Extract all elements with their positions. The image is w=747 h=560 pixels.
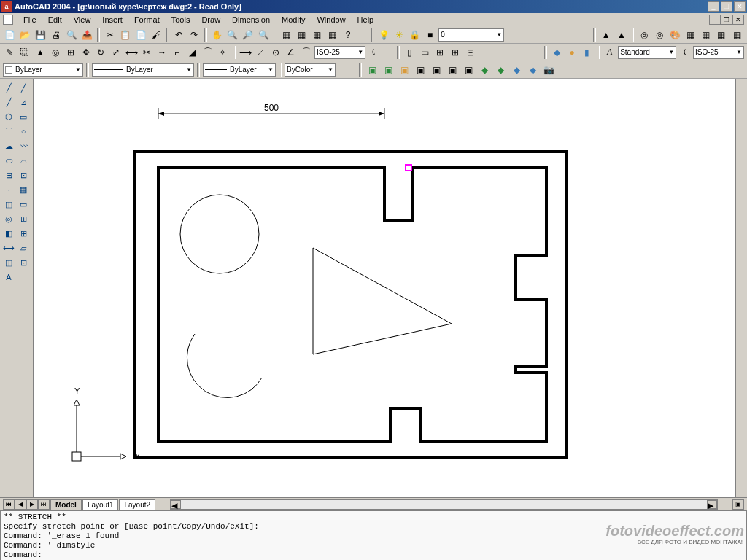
solid-box-icon[interactable]: ◆ <box>550 45 564 60</box>
cut-button[interactable]: ✂ <box>103 28 117 42</box>
polygon-tool[interactable]: ⬡ <box>1 109 16 124</box>
layer-color-icon[interactable]: ■ <box>423 28 437 42</box>
menu-window[interactable]: Window <box>311 14 351 26</box>
viewport-button-4[interactable]: ⊞ <box>448 45 462 60</box>
drawing-canvas[interactable]: 500 Y X <box>34 79 735 497</box>
tab-layout2[interactable]: Layout2 <box>119 499 155 510</box>
region-tool[interactable]: ◫ <box>1 197 16 211</box>
menu-modify[interactable]: Modify <box>276 14 311 26</box>
menu-tools[interactable]: Tools <box>166 14 196 26</box>
viewport-button-2[interactable]: ▭ <box>418 45 432 60</box>
block-tool[interactable]: ⊡ <box>16 168 31 182</box>
menu-insert[interactable]: Insert <box>96 14 128 26</box>
horizontal-scrollbar[interactable]: ◀ ▶ <box>170 499 718 510</box>
matchprop-button[interactable]: 🖌 <box>150 28 163 42</box>
xline-tool[interactable]: ╱ <box>16 80 31 95</box>
paste-button[interactable]: 📄 <box>133 28 147 42</box>
ref-icon-1[interactable]: ▣ <box>365 63 379 77</box>
rect-tool[interactable]: ▭ <box>16 109 31 124</box>
dist-tool[interactable]: ⟷ <box>1 241 16 255</box>
chamfer-button[interactable]: ◢ <box>185 45 199 60</box>
move-button[interactable]: ✥ <box>79 45 93 60</box>
tab-layout1[interactable]: Layout1 <box>82 499 119 510</box>
viewport-button-3[interactable]: ⊞ <box>433 45 446 60</box>
minimize-button[interactable]: _ <box>708 1 719 12</box>
array-button[interactable]: ⊞ <box>63 45 77 60</box>
circle-tool[interactable]: ○ <box>16 124 31 139</box>
scale-button[interactable]: ⤢ <box>109 45 123 60</box>
color-combo[interactable]: ByLayer▼ <box>3 63 83 77</box>
save-button[interactable]: 💾 <box>34 28 47 42</box>
viewport-button-5[interactable]: ⊟ <box>463 45 477 60</box>
layer-freeze-icon[interactable]: ☀ <box>392 28 406 42</box>
properties-button[interactable]: ▦ <box>279 28 293 42</box>
render-icon-3[interactable]: 🎨 <box>668 28 682 42</box>
ref-icon-4[interactable]: ▣ <box>413 63 427 77</box>
wipeout-tool[interactable]: ▭ <box>16 197 31 211</box>
dim-arc-button[interactable]: ⌒ <box>299 45 313 60</box>
zoom-win-button[interactable]: 🔎 <box>241 28 255 42</box>
dim-style-button[interactable]: ⤹ <box>367 45 381 60</box>
spline-tool[interactable]: 〰 <box>16 139 31 153</box>
3d-icon-2[interactable]: ▲ <box>614 28 628 42</box>
ref-icon-3[interactable]: ▣ <box>397 63 411 77</box>
viewport-button[interactable]: ▯ <box>403 45 417 60</box>
preview-button[interactable]: 🔍 <box>65 28 79 42</box>
menu-dimension[interactable]: Dimension <box>226 14 276 26</box>
ellipse-tool[interactable]: ⬭ <box>1 153 16 168</box>
lineweight-combo[interactable]: ByLayer▼ <box>203 63 276 77</box>
close-button[interactable]: ✕ <box>734 1 746 12</box>
render-icon-2[interactable]: ◎ <box>653 28 667 42</box>
ref-icon-7[interactable]: ▣ <box>461 63 476 77</box>
hatch-tool[interactable]: ▦ <box>16 182 31 197</box>
vertical-scrollbar[interactable] <box>735 79 747 497</box>
tab-next-button[interactable]: ▶ <box>26 499 38 510</box>
dim-radius-button[interactable]: ⊙ <box>269 45 283 60</box>
pan-button[interactable]: ✋ <box>210 28 224 42</box>
camera-icon[interactable]: 📷 <box>541 63 556 77</box>
view-icon[interactable]: ▦ <box>684 28 697 42</box>
maximize-button[interactable]: ❐ <box>721 1 732 12</box>
pline-tool[interactable]: ╱ <box>1 95 16 109</box>
mdi-restore-button[interactable]: ❐ <box>721 15 732 25</box>
plot-button[interactable]: 🖨 <box>50 28 63 42</box>
tab-first-button[interactable]: ⏮ <box>3 499 15 510</box>
copy-button[interactable]: 📋 <box>118 28 132 42</box>
ref-icon-8[interactable]: ◆ <box>477 63 492 77</box>
menu-edit[interactable]: Edit <box>42 14 68 26</box>
designcenter-button[interactable]: ▦ <box>295 28 309 42</box>
donut-tool[interactable]: ◎ <box>1 211 16 226</box>
open-button[interactable]: 📂 <box>18 28 32 42</box>
tab-prev-button[interactable]: ◀ <box>15 499 26 510</box>
mdi-minimize-button[interactable]: _ <box>709 15 721 25</box>
menu-format[interactable]: Format <box>128 14 166 26</box>
help-button[interactable]: ? <box>341 28 355 42</box>
revcloud-tool[interactable]: ☁ <box>1 139 16 153</box>
dim-angle-button[interactable]: ∠ <box>284 45 298 60</box>
dim-aligned-button[interactable]: ⟋ <box>254 45 268 60</box>
dimstyle2-combo[interactable]: ISO-25▼ <box>693 46 744 59</box>
zoom-rt-button[interactable]: 🔍 <box>225 28 239 42</box>
ellipsearc-tool[interactable]: ⌓ <box>16 153 31 168</box>
calc-button[interactable]: ▦ <box>325 28 339 42</box>
snap-tool[interactable]: ⊡ <box>16 255 31 270</box>
arc-tool[interactable]: ⌒ <box>1 124 16 139</box>
undo-button[interactable]: ↶ <box>172 28 186 42</box>
rotate-button[interactable]: ↻ <box>94 45 108 60</box>
offset-button[interactable]: ◎ <box>49 45 63 60</box>
dimstyle-combo[interactable]: ISO-25▼ <box>314 46 365 59</box>
gradient-tool[interactable]: ◧ <box>1 226 16 241</box>
text-style-button[interactable]: A <box>603 45 616 60</box>
solid-cylinder-icon[interactable]: ▮ <box>581 45 595 60</box>
ref-icon-10[interactable]: ◆ <box>509 63 524 77</box>
layer-lock-icon[interactable]: 🔒 <box>408 28 422 42</box>
table-tool[interactable]: ⊞ <box>16 226 31 241</box>
textstyle-combo[interactable]: Standard▼ <box>618 46 676 59</box>
copy-obj-button[interactable]: ⿻ <box>18 45 32 60</box>
view-icon-4[interactable]: ▦ <box>730 28 744 42</box>
mirror-button[interactable]: ▲ <box>34 45 47 60</box>
linetype-combo[interactable]: ByLayer▼ <box>92 63 194 77</box>
layer-off-icon[interactable]: 💡 <box>376 28 390 42</box>
area-tool[interactable]: ▱ <box>16 241 31 255</box>
explode-button[interactable]: ✧ <box>216 45 230 60</box>
